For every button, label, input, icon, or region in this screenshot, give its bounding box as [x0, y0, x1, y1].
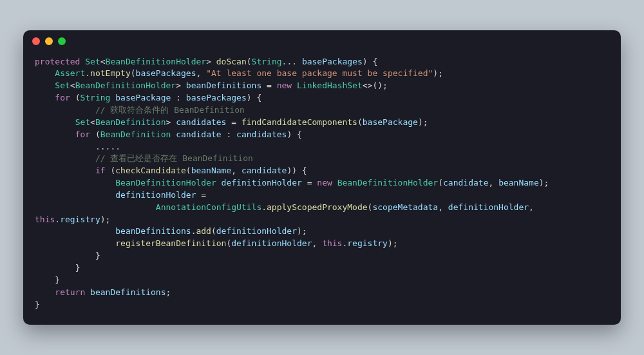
- code-line: }: [35, 275, 60, 285]
- code-line: // 查看已经是否存在 BeanDefinition: [35, 153, 253, 163]
- close-icon[interactable]: [32, 37, 40, 45]
- code-line: Set<BeanDefinition> candidates = findCan…: [35, 117, 428, 127]
- window-titlebar: [23, 30, 621, 52]
- code-line: AnnotationConfigUtils.applyScopedProxyMo…: [35, 202, 539, 212]
- code-line: definitionHolder =: [35, 190, 206, 200]
- code-line: // 获取符合条件的 BeanDefinition: [35, 105, 245, 115]
- code-line: protected Set<BeanDefinitionHolder> doSc…: [35, 57, 377, 66]
- code-line: Set<BeanDefinitionHolder> beanDefinition…: [35, 81, 388, 90]
- code-line: this.registry);: [35, 215, 110, 224]
- code-line: }: [35, 263, 80, 273]
- code-window: protected Set<BeanDefinitionHolder> doSc…: [23, 30, 621, 325]
- code-line: BeanDefinitionHolder definitionHolder = …: [35, 178, 549, 187]
- code-line: Assert.notEmpty(basePackages, "At least …: [35, 68, 443, 78]
- minimize-icon[interactable]: [45, 37, 53, 45]
- code-line: return beanDefinitions;: [35, 287, 171, 297]
- code-line: .....: [35, 142, 120, 151]
- code-line: for (BeanDefinition candidate : candidat…: [35, 130, 302, 139]
- code-line: registerBeanDefinition(definitionHolder,…: [35, 238, 398, 248]
- code-line: if (checkCandidate(beanName, candidate))…: [35, 166, 307, 175]
- code-line: }: [35, 300, 40, 309]
- maximize-icon[interactable]: [58, 37, 66, 45]
- code-line: beanDefinitions.add(definitionHolder);: [35, 226, 307, 236]
- code-line: }: [35, 251, 100, 260]
- code-block: protected Set<BeanDefinitionHolder> doSc…: [23, 52, 621, 325]
- code-line: for (String basePackage : basePackages) …: [35, 93, 261, 102]
